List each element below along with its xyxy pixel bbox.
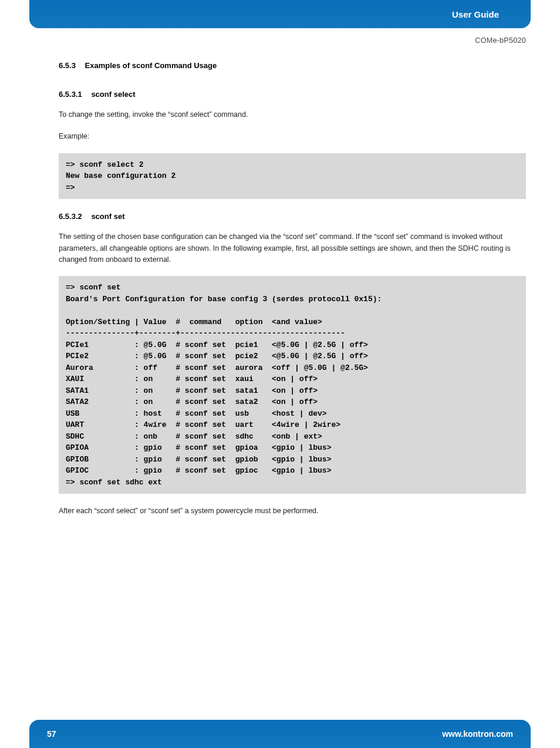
section-heading-653: 6.5.3 Examples of sconf Command Usage (59, 61, 526, 70)
section-number: 6.5.3.1 (59, 90, 82, 99)
code-block-set: => sconf set Board's Port Configuration … (59, 276, 526, 494)
header-title: User Guide (452, 9, 499, 19)
page-number: 57 (47, 729, 56, 739)
paragraph: Example: (59, 131, 526, 142)
section-number: 6.5.3.2 (59, 212, 82, 221)
section-heading-6531: 6.5.3.1 sconf select (59, 90, 526, 99)
section-heading-6532: 6.5.3.2 sconf set (59, 212, 526, 221)
footer-url: www.kontron.com (442, 729, 513, 739)
section-title: sconf select (91, 90, 135, 99)
document-id: COMe-bP5020 (475, 36, 526, 45)
paragraph: To change the setting, invoke the “sconf… (59, 109, 526, 120)
content-area: 6.5.3 Examples of sconf Command Usage 6.… (59, 61, 526, 707)
page: User Guide COMe-bP5020 6.5.3 Examples of… (0, 0, 560, 748)
paragraph: After each “sconf select” or “sconf set”… (59, 506, 526, 517)
section-number: 6.5.3 (59, 61, 76, 70)
header-bar: User Guide (29, 0, 531, 28)
section-title: Examples of sconf Command Usage (85, 61, 217, 70)
section-title: sconf set (91, 212, 124, 221)
paragraph: The setting of the chosen base configura… (59, 231, 526, 265)
footer-bar: 57 www.kontron.com (29, 720, 531, 748)
code-block-select: => sconf select 2 New base configuration… (59, 153, 526, 200)
